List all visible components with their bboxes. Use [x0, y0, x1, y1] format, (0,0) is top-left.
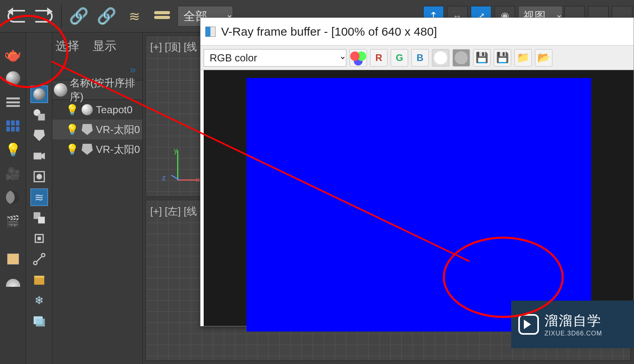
vfb-toolbar: RGB color R G B 💾 💾 📁 📂	[201, 46, 634, 70]
unlink-button[interactable]: 🔗	[95, 5, 118, 28]
list-icon	[6, 97, 20, 107]
tab-select[interactable]: 选择	[55, 38, 79, 54]
watermark-url: ZIXUE.3D66.COM	[544, 330, 602, 337]
watermark: 溜溜自学 ZIXUE.3D66.COM	[511, 301, 634, 348]
link-button[interactable]: 🔗	[67, 5, 90, 28]
filter-spacewarps[interactable]: ≋	[31, 189, 48, 206]
vfb-alpha-button[interactable]	[432, 49, 449, 67]
redo-icon	[35, 10, 53, 23]
svg-rect-17	[36, 318, 45, 326]
vfb-load-button[interactable]: 📁	[514, 49, 532, 67]
camera-icon	[32, 149, 46, 163]
svg-rect-10	[37, 237, 41, 240]
vfb-rgb-button[interactable]	[349, 49, 367, 67]
filter-column: ≋ ❄	[26, 32, 52, 364]
teapot-tool[interactable]: 🫖	[4, 46, 22, 63]
vfb-blue-button[interactable]: B	[411, 49, 429, 67]
light-tool[interactable]: 💡	[4, 141, 22, 158]
svg-rect-3	[33, 153, 41, 160]
container-icon	[32, 273, 46, 286]
svg-marker-4	[41, 153, 45, 160]
vfb-canvas[interactable]	[204, 70, 634, 326]
scene-explorer: 选择 显示 » 名称(按升序排序) 💡 Teapot0 💡 VR-太阳0 💡 V…	[52, 32, 143, 364]
axis-gizmo: y x z	[162, 149, 194, 181]
sort-icon	[54, 83, 67, 97]
light-icon	[82, 124, 93, 135]
tab-display[interactable]: 显示	[93, 38, 116, 54]
folder-icon: 📁	[517, 51, 529, 64]
floppy-icon: 💾	[476, 51, 488, 64]
render-tool[interactable]: 🎬	[4, 212, 22, 230]
moon-tool[interactable]	[4, 189, 22, 206]
vfb-titlebar[interactable]: V-Ray frame buffer - [100% of 640 x 480]	[201, 18, 634, 46]
layer-tool[interactable]	[4, 117, 22, 135]
wave-icon: ≋	[34, 191, 44, 204]
filter-bone[interactable]	[31, 230, 48, 247]
vfb-clear-button[interactable]: 📂	[535, 49, 552, 67]
tree-item-vrsun2[interactable]: 💡 VR-太阳0	[52, 139, 142, 159]
vfb-green-button[interactable]: G	[391, 49, 408, 67]
material-tool[interactable]	[4, 70, 22, 87]
viewport-label[interactable]: [+] [顶] [线	[150, 40, 197, 54]
shapes-icon	[32, 108, 46, 122]
axis-z-label: z	[162, 174, 166, 182]
visibility-icon[interactable]: 💡	[66, 104, 78, 116]
vfb-save-all-button[interactable]: 💾	[494, 49, 511, 67]
redo-button[interactable]	[32, 5, 55, 28]
undo-button[interactable]	[5, 5, 28, 28]
undo-icon	[8, 10, 25, 23]
filter-frozen[interactable]: ❄	[31, 292, 48, 309]
light-icon	[82, 144, 93, 155]
link-icon: 🔗	[69, 7, 89, 25]
svg-rect-14	[34, 277, 44, 284]
filter-lights[interactable]	[31, 127, 48, 144]
filter-xref[interactable]	[31, 250, 48, 268]
vfb-save-button[interactable]: 💾	[473, 49, 491, 67]
svg-point-12	[41, 253, 45, 257]
svg-marker-2	[33, 130, 44, 141]
filter-container[interactable]	[31, 271, 48, 288]
svg-rect-8	[38, 217, 45, 223]
filter-geometry[interactable]	[31, 106, 48, 124]
tree-item-vrsun1[interactable]: 💡 VR-太阳0	[52, 120, 142, 139]
filter-helpers[interactable]	[31, 168, 48, 185]
bind-button[interactable]: ≋	[123, 5, 146, 28]
vfb-red-button[interactable]: R	[370, 49, 388, 67]
filter-cameras[interactable]	[31, 147, 48, 165]
square-icon	[32, 232, 46, 245]
list-tool[interactable]	[4, 93, 22, 111]
visibility-icon[interactable]: 💡	[66, 124, 78, 136]
geometry-icon	[82, 104, 93, 115]
left-tool-column: 🫖 💡 🎥 🎬	[0, 32, 26, 364]
tree-item-label: VR-太阳0	[96, 123, 140, 137]
spotlight-icon	[32, 129, 46, 142]
camera-tool[interactable]: 🎥	[4, 165, 22, 182]
camera-icon: 🎥	[6, 167, 20, 181]
path-icon	[32, 252, 46, 266]
box-icon	[7, 253, 19, 265]
render-output	[246, 78, 591, 332]
toolbar-separator	[61, 5, 62, 28]
viewport-label[interactable]: [+] [左] [线	[150, 204, 197, 218]
explorer-tabs: 选择 显示	[52, 32, 142, 59]
watermark-title: 溜溜自学	[544, 312, 602, 330]
svg-rect-1	[38, 114, 45, 120]
svg-rect-15	[34, 276, 44, 278]
dome-tool[interactable]	[4, 274, 22, 292]
visibility-icon[interactable]: 💡	[66, 143, 78, 156]
filter-hidden[interactable]	[31, 312, 48, 330]
vfb-mono-button[interactable]	[453, 49, 470, 67]
column-header-name[interactable]: 名称(按升序排序)	[52, 80, 142, 100]
vray-frame-buffer-window: V-Ray frame buffer - [100% of 640 x 480]…	[200, 17, 634, 326]
wave-icon: ≋	[126, 8, 142, 24]
unbind-button[interactable]	[151, 5, 174, 28]
filter-all[interactable]	[31, 86, 48, 103]
moon-icon	[6, 190, 20, 204]
chain-icon	[154, 11, 170, 21]
vfb-window-icon	[205, 27, 216, 37]
box-tool[interactable]	[4, 250, 22, 268]
filter-groups[interactable]	[31, 209, 48, 227]
chevron-right-icon: »	[130, 63, 136, 76]
vfb-channel-dropdown[interactable]: RGB color	[204, 49, 346, 67]
snowflake-icon: ❄	[34, 294, 44, 307]
